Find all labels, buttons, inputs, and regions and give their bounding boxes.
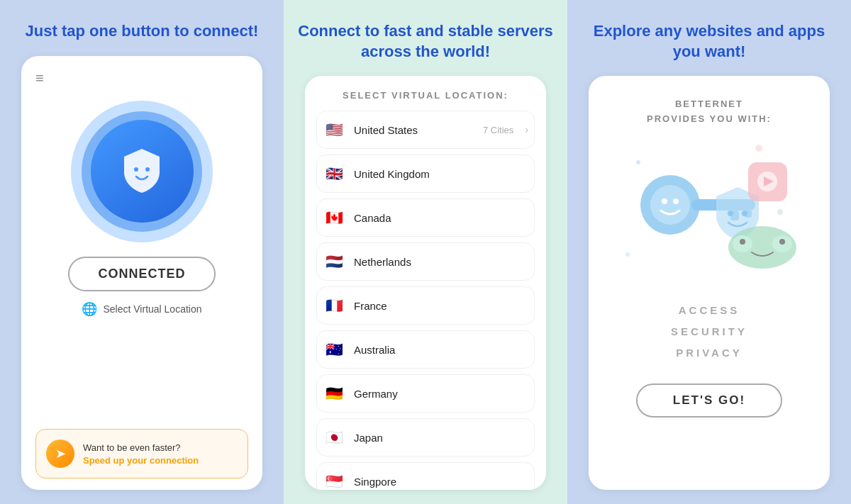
location-name: Canada xyxy=(354,212,528,224)
select-virtual-label: SELECT VIRTUAL LOCATION: xyxy=(316,90,535,101)
location-flag: 🇸🇬 xyxy=(323,470,345,490)
left-panel: Just tap one button to connect! ≡ xyxy=(0,0,284,504)
svg-point-7 xyxy=(662,198,667,204)
location-name: Germany xyxy=(354,388,528,400)
center-panel: Connect to fast and stable servers acros… xyxy=(284,0,567,504)
promo-link[interactable]: Speed up your connection xyxy=(83,455,199,466)
location-flag: 🇫🇷 xyxy=(323,294,345,317)
lets-go-button[interactable]: LET'S GO! xyxy=(636,383,782,418)
vpn-button[interactable] xyxy=(71,101,213,242)
svg-point-18 xyxy=(779,239,785,245)
location-name: France xyxy=(354,300,528,312)
svg-point-9 xyxy=(728,211,733,216)
location-flag: 🇩🇪 xyxy=(323,382,345,405)
vpn-circle xyxy=(91,120,194,223)
menu-icon[interactable]: ≡ xyxy=(35,70,44,86)
location-name: Netherlands xyxy=(354,256,528,268)
right-headline: Explore any websites and apps you want! xyxy=(582,21,837,62)
svg-point-17 xyxy=(740,239,745,245)
location-item[interactable]: 🇫🇷France xyxy=(316,286,535,325)
svg-point-21 xyxy=(755,145,762,152)
promo-title: Want to be even faster? xyxy=(83,442,199,453)
location-card: SELECT VIRTUAL LOCATION: 🇺🇸United States… xyxy=(305,76,546,490)
location-cities: 7 Cities xyxy=(483,125,513,135)
location-item[interactable]: 🇦🇺Australia xyxy=(316,330,535,369)
location-item[interactable]: 🇩🇪Germany xyxy=(316,374,535,413)
globe-icon: 🌐 xyxy=(82,301,97,317)
promo-arrow-icon: ➤ xyxy=(46,439,74,468)
location-name: United Kingdom xyxy=(354,168,528,180)
right-card: BETTERNETPROVIDES YOU WITH: xyxy=(589,76,830,490)
location-item[interactable]: 🇯🇵Japan xyxy=(316,418,535,457)
svg-point-3 xyxy=(650,185,690,225)
shield-icon xyxy=(117,145,167,198)
connected-button[interactable]: CONNECTED xyxy=(68,257,215,291)
svg-point-8 xyxy=(673,198,679,204)
right-panel: Explore any websites and apps you want! … xyxy=(567,0,851,504)
location-item[interactable]: 🇸🇬Singpore xyxy=(316,462,535,490)
location-name: United States xyxy=(354,124,474,136)
location-flag: 🇨🇦 xyxy=(323,206,345,229)
betternet-title: BETTERNETPROVIDES YOU WITH: xyxy=(647,97,772,127)
center-headline: Connect to fast and stable servers acros… xyxy=(298,21,553,62)
location-flag: 🇳🇱 xyxy=(323,250,345,273)
svg-point-19 xyxy=(636,160,640,164)
promo-box[interactable]: ➤ Want to be even faster? Speed up your … xyxy=(35,429,248,478)
chevron-right-icon: › xyxy=(525,124,528,135)
svg-point-20 xyxy=(777,209,783,215)
features-text: ACCESSSECURITYPRIVACY xyxy=(671,300,747,364)
location-item[interactable]: 🇺🇸United States7 Cities› xyxy=(316,111,535,149)
promo-content: Want to be even faster? Speed up your co… xyxy=(83,442,199,466)
location-name: Japan xyxy=(354,432,528,444)
svg-point-10 xyxy=(742,211,747,216)
svg-point-22 xyxy=(625,252,630,257)
left-headline: Just tap one button to connect! xyxy=(26,21,259,42)
location-name: Singpore xyxy=(354,476,528,488)
svg-point-1 xyxy=(145,167,150,172)
location-flag: 🇬🇧 xyxy=(323,162,345,185)
svg-point-0 xyxy=(134,167,138,172)
select-virtual-location[interactable]: 🌐 Select Virtual Location xyxy=(82,301,201,317)
location-flag: 🇺🇸 xyxy=(323,118,345,141)
location-item[interactable]: 🇨🇦Canada xyxy=(316,198,535,237)
illustration xyxy=(617,141,801,283)
select-location-label: Select Virtual Location xyxy=(103,303,201,315)
left-phone-card: ≡ CONNECTED 🌐 Selec xyxy=(21,56,262,490)
location-item[interactable]: 🇳🇱Netherlands xyxy=(316,242,535,281)
location-flag: 🇯🇵 xyxy=(323,426,345,449)
location-list: 🇺🇸United States7 Cities›🇬🇧United Kingdom… xyxy=(316,111,535,490)
location-item[interactable]: 🇬🇧United Kingdom xyxy=(316,155,535,193)
location-name: Australia xyxy=(354,344,528,356)
location-flag: 🇦🇺 xyxy=(323,338,345,361)
